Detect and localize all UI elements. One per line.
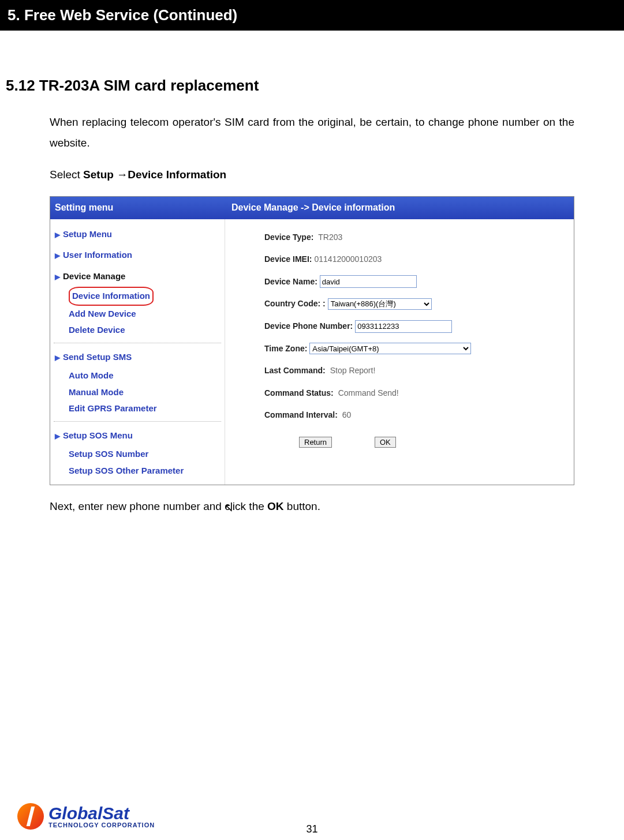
sidebar-item-label: Device Manage (63, 271, 125, 281)
chevron-right-icon: ▶ (55, 430, 63, 443)
sidebar-item-setup-sos-menu[interactable]: ▶Setup SOS Menu (54, 426, 221, 445)
sidebar-item-label: Setup SOS Menu (63, 430, 133, 440)
device-name-row: Device Name: (264, 274, 569, 290)
chevron-right-icon: ▶ (55, 271, 63, 284)
select-arrow-icon: → (117, 168, 128, 181)
sidebar-item-setup-sos-number[interactable]: Setup SOS Number (69, 446, 221, 463)
command-status-value: Command Send! (338, 388, 399, 397)
chevron-right-icon: ▶ (55, 228, 63, 242)
sidebar-item-manual-mode[interactable]: Manual Mode (69, 384, 221, 401)
cursor-icon: ↖ (224, 501, 234, 514)
sidebar: ▶Setup Menu ▶User Information ▶Device Ma… (50, 219, 225, 485)
time-zone-row: Time Zone: Asia/Taipei(GMT+8) (264, 341, 569, 357)
section-banner: 5. Free Web Service (Continued) (0, 0, 624, 31)
chevron-right-icon: ▶ (55, 351, 63, 365)
device-name-label: Device Name: (264, 277, 317, 286)
divider (54, 342, 221, 343)
sidebar-item-delete-device[interactable]: Delete Device (69, 322, 221, 339)
sidebar-item-device-manage[interactable]: ▶Device Manage (54, 267, 221, 286)
after-bold: OK (267, 500, 284, 512)
device-name-input[interactable] (320, 275, 417, 288)
page-number: 31 (0, 823, 624, 835)
content-panel: Device Type: TR203 Device IMEI:011412000… (225, 219, 574, 485)
select-prefix: Select (50, 168, 83, 181)
button-row: Return OK (299, 431, 569, 452)
country-code-select[interactable]: Taiwan(+886)(台灣) (328, 298, 432, 310)
sidebar-item-label: Send Setup SMS (63, 352, 132, 362)
command-interval-label: Command Interval: (264, 410, 338, 419)
sidebar-item-label: Setup Menu (63, 229, 112, 239)
command-status-row: Command Status: Command Send! (264, 385, 569, 401)
device-phone-input[interactable] (355, 320, 452, 333)
device-imei-value: 011412000010203 (314, 254, 382, 264)
sidebar-item-setup-sos-other[interactable]: Setup SOS Other Parameter (69, 463, 221, 479)
return-button[interactable]: Return (299, 437, 332, 448)
logo-text-top: GlobalSat (48, 805, 155, 822)
device-imei-row: Device IMEI:011412000010203 (264, 252, 569, 267)
command-interval-row: Command Interval: 60 (264, 407, 569, 423)
section-heading: 5.12 TR-203A SIM card replacement (0, 77, 624, 95)
sidebar-item-user-info[interactable]: ▶User Information (54, 246, 221, 265)
device-phone-label: Device Phone Number: (264, 321, 353, 331)
intro-paragraph: When replacing telecom operator's SIM ca… (50, 112, 574, 153)
bluebar-left: Setting menu (50, 197, 227, 219)
after-prefix: Next, enter new phone number and click t… (50, 500, 267, 512)
screenshot-panel: Setting menu Device Manage -> Device inf… (50, 196, 574, 485)
command-status-label: Command Status: (264, 388, 334, 397)
sidebar-item-edit-gprs[interactable]: Edit GPRS Parameter (69, 400, 221, 417)
bluebar-right: Device Manage -> Device information (227, 197, 574, 219)
sidebar-item-device-info[interactable]: Device Information (69, 287, 221, 306)
device-type-row: Device Type: TR203 (264, 230, 569, 245)
after-suffix: button. (284, 500, 320, 512)
chevron-right-icon: ▶ (55, 249, 63, 262)
sidebar-item-label: Device Information (72, 291, 150, 301)
highlight-circle-icon: Device Information (69, 287, 154, 306)
last-command-row: Last Command: Stop Report! (264, 363, 569, 378)
select-device-info: Device Information (128, 168, 226, 181)
divider (54, 421, 221, 422)
sidebar-item-send-setup-sms[interactable]: ▶Send Setup SMS (54, 348, 221, 367)
device-imei-label: Device IMEI: (264, 254, 312, 264)
sidebar-item-auto-mode[interactable]: Auto Mode (69, 367, 221, 384)
country-code-row: Country Code: : Taiwan(+886)(台灣) (264, 296, 569, 312)
sidebar-item-add-new-device[interactable]: Add New Device (69, 306, 221, 322)
select-setup: Setup (83, 168, 117, 181)
time-zone-select[interactable]: Asia/Taipei(GMT+8) (309, 343, 471, 354)
device-type-value: TR203 (318, 232, 342, 242)
country-code-label: Country Code: : (264, 299, 326, 308)
device-type-label: Device Type: (264, 232, 313, 242)
sidebar-item-label: User Information (63, 250, 132, 260)
last-command-value: Stop Report! (330, 366, 376, 375)
sidebar-item-setup-menu[interactable]: ▶Setup Menu (54, 225, 221, 244)
command-interval-value: 60 (342, 410, 352, 419)
time-zone-label: Time Zone: (264, 344, 307, 353)
last-command-label: Last Command: (264, 366, 326, 375)
device-phone-row: Device Phone Number: (264, 318, 569, 334)
after-paragraph: Next, enter new phone number and click t… (50, 496, 574, 517)
select-instruction: Select Setup →Device Information (50, 164, 574, 185)
ok-button[interactable]: OK (375, 437, 396, 448)
